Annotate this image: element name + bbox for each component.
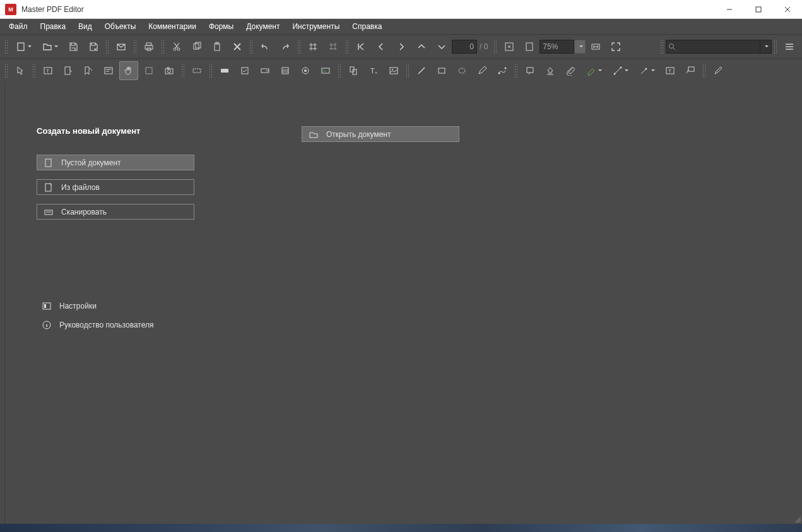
zoom-input[interactable]	[540, 40, 574, 54]
next-page-button[interactable]	[392, 37, 411, 56]
initials-tool[interactable]	[709, 61, 728, 80]
form-combobox-tool[interactable]	[256, 61, 274, 80]
pencil-tool[interactable]	[473, 61, 492, 80]
resize-grip[interactable]	[794, 516, 801, 523]
menu-file[interactable]: Файл	[3, 19, 34, 34]
menu-view[interactable]: Вид	[72, 19, 98, 34]
edit-text-tool[interactable]: T	[38, 61, 57, 80]
link-tool[interactable]	[344, 61, 363, 80]
search-dropdown[interactable]	[760, 40, 772, 54]
email-button[interactable]	[112, 37, 131, 56]
save-button[interactable]	[64, 37, 83, 56]
highlighter-tool[interactable]	[581, 61, 606, 80]
prev-page-button[interactable]	[372, 37, 391, 56]
toolbar-grip[interactable]	[4, 39, 8, 54]
save-as-button[interactable]	[84, 37, 103, 56]
from-files-button[interactable]: Из файлов	[37, 179, 194, 195]
undo-button[interactable]	[256, 37, 274, 56]
textbox-comment-tool[interactable]: T	[661, 61, 680, 80]
blank-document-button[interactable]: Пустой документ	[37, 155, 194, 170]
form-listbox-tool[interactable]	[276, 61, 295, 80]
menu-help[interactable]: Справка	[346, 19, 388, 34]
actual-size-button[interactable]	[500, 37, 519, 56]
form-text-field-tool[interactable]	[187, 61, 206, 80]
menu-tools[interactable]: Инструменты	[286, 19, 346, 34]
snap-button[interactable]	[324, 37, 343, 56]
toolbar-grip[interactable]	[406, 63, 410, 78]
stamp-tool[interactable]	[541, 61, 560, 80]
toolbar-grip[interactable]	[181, 63, 185, 78]
toolbar-grip[interactable]	[4, 63, 8, 78]
menu-document[interactable]: Документ	[240, 19, 286, 34]
sticky-note-tool[interactable]	[521, 61, 540, 80]
guide-link[interactable]: Руководство пользователя	[37, 321, 302, 329]
form-button-tool[interactable]	[215, 61, 234, 80]
menu-comments[interactable]: Комментарии	[142, 19, 203, 34]
toolbar-grip[interactable]	[297, 39, 301, 54]
menu-forms[interactable]: Формы	[203, 19, 240, 34]
scanner-icon	[44, 208, 54, 216]
form-signature-tool[interactable]	[316, 61, 335, 80]
page-down-button[interactable]	[432, 37, 451, 56]
callout-tool[interactable]	[681, 61, 700, 80]
toolbar-grip[interactable]	[702, 63, 706, 78]
scan-button[interactable]: Сканировать	[37, 204, 194, 220]
minimize-button[interactable]	[715, 0, 744, 19]
close-button[interactable]	[773, 0, 802, 19]
toolbar-grip[interactable]	[161, 39, 165, 54]
maximize-button[interactable]	[744, 0, 773, 19]
menu-objects[interactable]: Объекты	[98, 19, 143, 34]
toolbar-grip[interactable]	[105, 39, 109, 54]
svg-rect-6	[146, 43, 151, 45]
toolbar-grip[interactable]	[493, 39, 497, 54]
measure-tool[interactable]	[608, 61, 633, 80]
edit-forms-tool[interactable]	[79, 61, 98, 80]
toolbar-grip[interactable]	[774, 39, 777, 54]
fullscreen-button[interactable]	[606, 37, 625, 56]
search-input[interactable]	[666, 40, 760, 54]
line-tool[interactable]	[412, 61, 431, 80]
settings-link[interactable]: Настройки	[37, 302, 302, 310]
rectangle-tool[interactable]	[432, 61, 451, 80]
toolbar-grip[interactable]	[133, 39, 137, 54]
delete-button[interactable]	[228, 37, 247, 56]
open-button[interactable]	[37, 37, 62, 56]
edit-document-tool[interactable]	[59, 61, 78, 80]
zoom-dropdown[interactable]	[574, 40, 586, 54]
page-up-button[interactable]	[412, 37, 431, 56]
new-doc-button[interactable]	[11, 37, 36, 56]
attach-file-tool[interactable]	[561, 61, 580, 80]
toolbar-grip[interactable]	[338, 63, 341, 78]
select-text-tool[interactable]	[99, 61, 118, 80]
toolbar-grip[interactable]	[660, 39, 664, 54]
add-image-tool[interactable]	[384, 61, 403, 80]
hamburger-menu-button[interactable]	[780, 37, 799, 56]
curve-tool[interactable]	[493, 61, 512, 80]
form-checkbox-tool[interactable]	[235, 61, 254, 80]
menu-edit[interactable]: Правка	[34, 19, 73, 34]
form-radio-tool[interactable]	[296, 61, 315, 80]
toolbar-grip[interactable]	[514, 63, 518, 78]
toolbar-grip[interactable]	[209, 63, 213, 78]
ellipse-tool[interactable]	[452, 61, 471, 80]
print-button[interactable]	[139, 37, 158, 56]
page-number-input[interactable]	[452, 40, 477, 54]
toolbar-grip[interactable]	[32, 63, 36, 78]
add-text-tool[interactable]: T+	[364, 61, 383, 80]
pointer-tool[interactable]	[11, 61, 30, 80]
grid-button[interactable]	[304, 37, 322, 56]
redo-button[interactable]	[276, 37, 295, 56]
toolbar-grip[interactable]	[249, 39, 253, 54]
fit-width-button[interactable]	[586, 37, 605, 56]
open-document-button[interactable]: Открыть документ	[302, 126, 459, 142]
copy-button[interactable]	[187, 37, 206, 56]
paste-button[interactable]	[208, 37, 227, 56]
fit-page-button[interactable]	[520, 37, 539, 56]
marquee-zoom-tool[interactable]	[139, 61, 158, 80]
snapshot-tool[interactable]	[160, 61, 179, 80]
first-page-button[interactable]	[351, 37, 370, 56]
hand-tool[interactable]	[119, 61, 138, 80]
toolbar-grip[interactable]	[345, 39, 349, 54]
cut-button[interactable]	[167, 37, 186, 56]
arrow-tool[interactable]	[634, 61, 659, 80]
